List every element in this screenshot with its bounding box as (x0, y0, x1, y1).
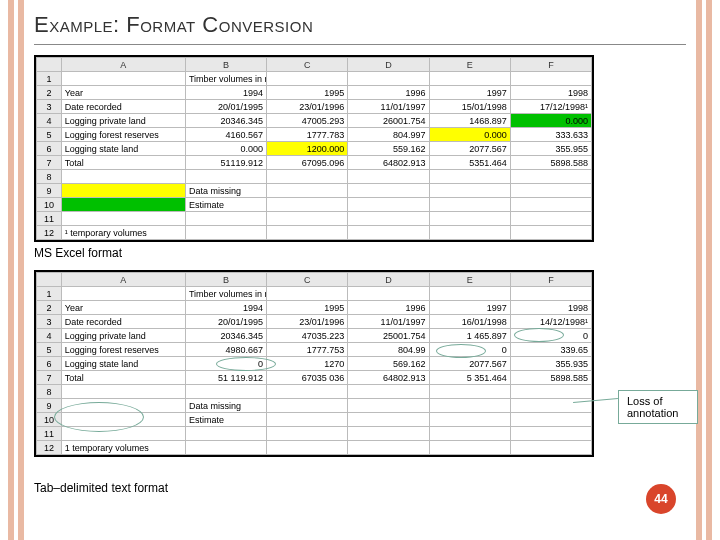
col-header: B (185, 58, 266, 72)
tab-sheet: ABCDEF 1Timber volumes in m3 2Year199419… (34, 270, 594, 457)
callout-box: Loss of annotation (618, 390, 698, 424)
page-title: Example: Format Conversion (34, 12, 686, 45)
excel-sheet: A B C D E F 1Timber volumes in m3 2Year1… (34, 55, 594, 242)
col-header: E (429, 58, 510, 72)
page-number-badge: 44 (646, 484, 676, 514)
col-header: F (510, 58, 591, 72)
tab-caption: Tab–delimited text format (34, 481, 686, 495)
excel-caption: MS Excel format (34, 246, 686, 260)
col-header: A (61, 58, 185, 72)
col-header: D (348, 58, 429, 72)
col-header: C (267, 58, 348, 72)
